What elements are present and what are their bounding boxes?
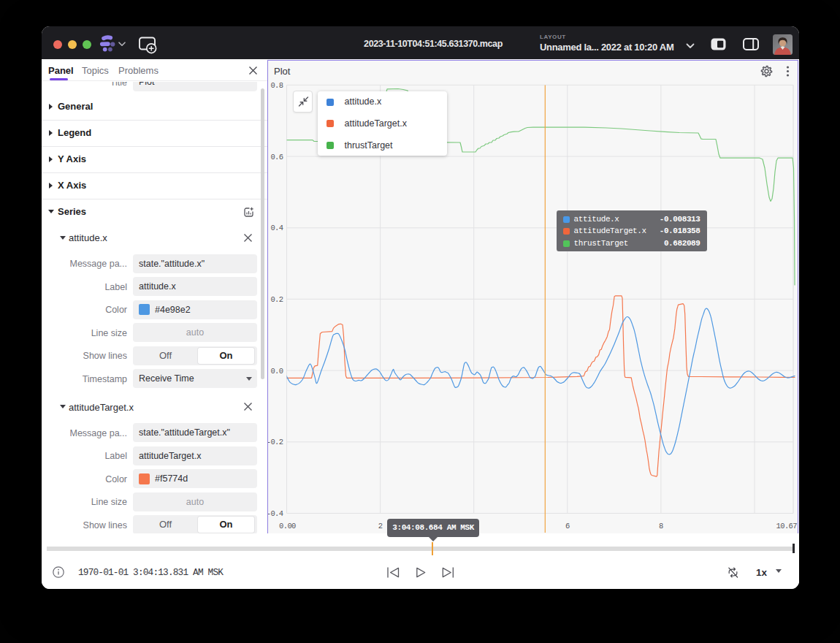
svg-text:6: 6: [565, 522, 570, 530]
svg-text:-0.4: -0.4: [268, 509, 283, 518]
svg-text:10.67: 10.67: [776, 522, 797, 530]
svg-text:0.00: 0.00: [279, 522, 296, 530]
svg-text:0.8: 0.8: [270, 81, 283, 90]
svg-text:8: 8: [659, 522, 663, 530]
svg-text:2: 2: [378, 522, 383, 530]
svg-text:0.2: 0.2: [270, 295, 283, 304]
svg-text:-0.2: -0.2: [268, 438, 283, 446]
svg-text:0.4: 0.4: [270, 224, 283, 232]
svg-text:0.6: 0.6: [270, 153, 283, 161]
svg-text:0.0: 0.0: [270, 367, 283, 376]
